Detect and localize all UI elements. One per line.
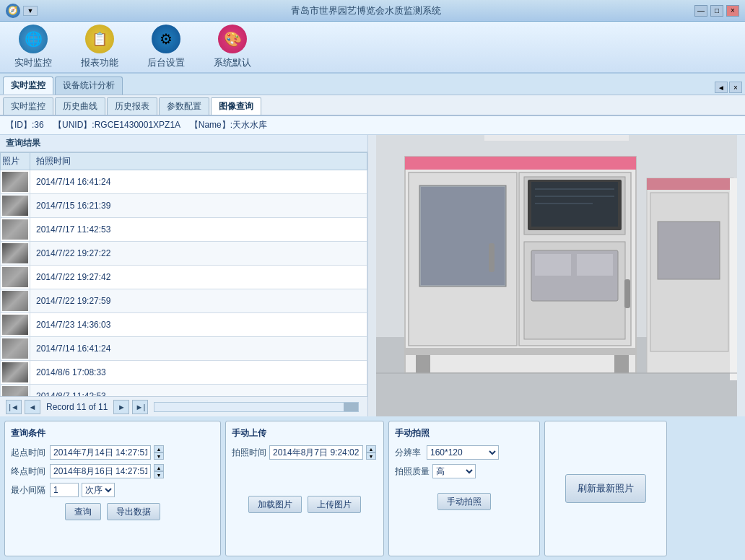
resolution-label: 分辨率: [395, 447, 424, 459]
end-time-spinner[interactable]: ▲ ▼: [154, 464, 164, 478]
sub-tab-image-query[interactable]: 图像查询: [211, 97, 261, 115]
table-row[interactable]: 2014/7/22 19:27:22: [1, 242, 367, 266]
refresh-button[interactable]: 刷新最新照片: [565, 474, 646, 503]
page-first[interactable]: |◄: [6, 400, 22, 414]
table-row[interactable]: 2014/7/14 16:41:24: [1, 337, 367, 361]
nav-backend[interactable]: ⚙ 后台设置: [140, 22, 192, 72]
svg-rect-25: [647, 178, 733, 190]
query-button[interactable]: 查询: [65, 503, 101, 520]
nav-sysdefault-label: 系统默认: [214, 56, 251, 69]
time-cell: 2014/7/15 16:21:39: [30, 194, 367, 218]
upload-panel: 手动上传 拍照时间 ▲ ▼ 加载图片 上传图片: [225, 421, 384, 556]
thumbnail: [2, 219, 28, 240]
thumb-cell: [1, 194, 30, 218]
upload-action-row: 加载图片 上传图片: [232, 496, 378, 513]
end-time-label: 终点时间: [11, 465, 47, 478]
thumbnail: [2, 196, 28, 216]
quick-access[interactable]: ▼: [23, 6, 38, 16]
thumb-cell: [1, 337, 30, 361]
svg-rect-23: [614, 355, 629, 373]
thumb-cell: [1, 242, 30, 266]
interval-row: 最小间隔 次序: [11, 483, 214, 497]
end-spin-up[interactable]: ▲: [154, 464, 164, 471]
upload-form: 拍照时间 ▲ ▼: [232, 445, 378, 460]
sub-tab-realtime[interactable]: 实时监控: [3, 97, 53, 115]
upload-time-row: 拍照时间 ▲ ▼: [232, 445, 378, 460]
sub-tab-history-curve[interactable]: 历史曲线: [55, 97, 105, 115]
spin-up[interactable]: ▲: [154, 445, 164, 452]
tab-realtime[interactable]: 实时监控: [3, 76, 53, 95]
table-row[interactable]: 2014/7/23 14:36:03: [1, 313, 367, 337]
nav-realtime-label: 实时监控: [14, 56, 52, 69]
table-row[interactable]: 2014/7/22 19:27:42: [1, 266, 367, 289]
nav-sysdefault[interactable]: 🎨 系统默认: [206, 22, 258, 72]
take-photo-button[interactable]: 手动拍照: [437, 493, 491, 510]
spin-down[interactable]: ▼: [154, 452, 164, 460]
interval-input[interactable]: [50, 483, 79, 497]
load-image-button[interactable]: 加载图片: [248, 496, 302, 513]
data-table[interactable]: 照片 拍照时间 2014/7/14 16:41:242014/7/15 16:2…: [0, 152, 367, 396]
export-button[interactable]: 导出数据: [107, 503, 160, 520]
tab-device[interactable]: 设备统计分析: [55, 76, 123, 95]
svg-rect-27: [658, 222, 720, 279]
info-bar: 【ID】:36 【UNID】:RGCE1430001XPZ1A 【Name】:天…: [0, 116, 745, 135]
thumb-cell: [1, 218, 30, 242]
maximize-btn[interactable]: □: [710, 5, 723, 17]
upload-image-button[interactable]: 上传图片: [308, 496, 361, 513]
thumbnail: [2, 386, 28, 396]
sub-tab-history-report[interactable]: 历史报表: [107, 97, 157, 115]
sub-tab-area: 实时监控 历史曲线 历史报表 参数配置 图像查询: [0, 95, 745, 116]
tab-scroll-left[interactable]: ◄: [715, 82, 728, 93]
nav-sysdefault-icon: 🎨: [218, 25, 247, 53]
upload-spin-down[interactable]: ▼: [366, 452, 376, 460]
upload-spin-up[interactable]: ▲: [366, 445, 376, 452]
table-row[interactable]: 2014/7/15 16:21:39: [1, 194, 367, 218]
thumb-cell: [1, 385, 30, 397]
thumbnail: [2, 172, 28, 192]
time-cell: 2014/8/7 11:42:53: [30, 385, 367, 397]
nav-realtime-icon: 🌐: [19, 25, 48, 53]
close-btn[interactable]: ×: [726, 5, 739, 17]
thumbnail: [2, 338, 28, 359]
nav-report-icon: 📋: [85, 25, 114, 53]
start-time-row: 起点时间 ▲ ▼: [11, 445, 214, 460]
quality-select[interactable]: 高: [432, 464, 476, 478]
table-row[interactable]: 2014/8/6 17:08:33: [1, 361, 367, 385]
col-photo: 照片: [1, 153, 30, 170]
quality-row: 拍照质量 高: [395, 464, 533, 478]
upload-time-spinner[interactable]: ▲ ▼: [366, 445, 376, 460]
photo-action-row: 手动拍照: [395, 493, 533, 510]
sub-tab-param-config[interactable]: 参数配置: [159, 97, 209, 115]
tab-close[interactable]: ×: [729, 82, 742, 93]
time-cell: 2014/7/22 19:27:59: [30, 289, 367, 313]
table-row[interactable]: 2014/7/14 16:41:24: [1, 170, 367, 194]
thumb-cell: [1, 266, 30, 289]
table-row[interactable]: 2014/7/22 19:27:59: [1, 289, 367, 313]
start-time-spinner[interactable]: ▲ ▼: [154, 445, 164, 460]
time-cell: 2014/7/14 16:41:24: [30, 170, 367, 194]
page-prev[interactable]: ◄: [25, 400, 40, 414]
thumbnail: [2, 267, 28, 287]
start-time-input[interactable]: [50, 445, 151, 460]
page-last[interactable]: ►|: [132, 400, 148, 414]
table-row[interactable]: 2014/8/7 11:42:53: [1, 385, 367, 397]
page-next[interactable]: ►: [113, 400, 129, 414]
page-scrollbar[interactable]: [154, 402, 359, 412]
minimize-btn[interactable]: —: [694, 5, 707, 17]
interval-unit-select[interactable]: 次序: [82, 483, 115, 497]
nav-realtime[interactable]: 🌐 实时监控: [7, 22, 59, 72]
nav-report[interactable]: 📋 报表功能: [74, 22, 126, 72]
main-tab-area: 实时监控 设备统计分析 ◄ ×: [0, 74, 745, 95]
photo-panel-title: 手动拍照: [395, 427, 533, 439]
window-controls[interactable]: — □ ×: [694, 5, 739, 17]
end-time-input[interactable]: [50, 464, 151, 478]
thumb-cell: [1, 289, 30, 313]
resolution-select[interactable]: 160*120: [427, 445, 499, 460]
upload-time-input[interactable]: [269, 445, 363, 460]
page-scrollbar-thumb[interactable]: [344, 403, 358, 411]
cabinet-image: [368, 135, 745, 416]
table-row[interactable]: 2014/7/17 11:42:53: [1, 218, 367, 242]
end-spin-down[interactable]: ▼: [154, 471, 164, 478]
svg-rect-20: [577, 254, 613, 276]
refresh-panel: 刷新最新照片: [544, 421, 667, 556]
